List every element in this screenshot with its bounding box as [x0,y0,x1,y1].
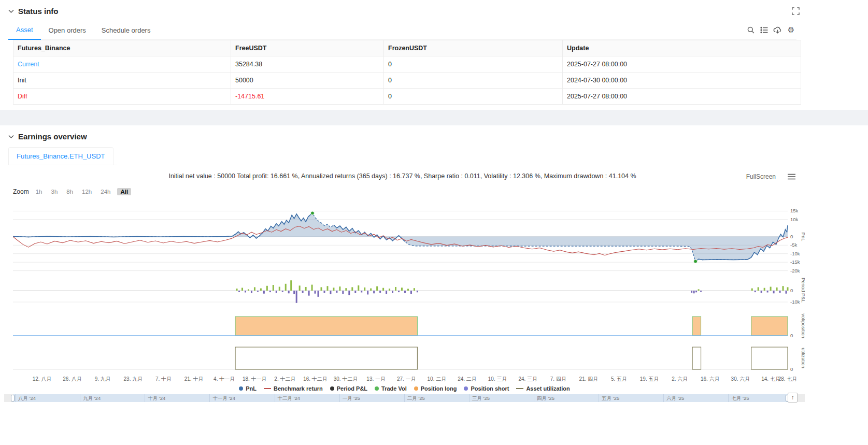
current-free: 35284.38 [231,56,384,73]
tab-open-orders[interactable]: Open orders [41,21,94,39]
zoom-range-selector: Zoom 1h 3h 8h 12h 24h All [13,188,805,195]
svg-text:15k: 15k [790,208,799,213]
svg-text:30. 六月: 30. 六月 [731,376,750,382]
diff-free: -14715.61 [231,89,384,105]
svg-text:27. 一月: 27. 一月 [397,376,416,382]
legend-label: Benchmark return [274,385,323,392]
chart-navigator[interactable]: 八月 '24九月 '24十月 '24十一月 '24十二月 '24一月 '25二月… [4,394,805,402]
tab-schedule-orders[interactable]: Schedule orders [94,21,159,39]
svg-text:23. 九月: 23. 九月 [124,376,143,382]
earnings-chart[interactable]: 15k10k0-5k-10k-15k-20k0-10k0012. 八月26. 八… [4,198,805,384]
chart-menu-icon[interactable] [788,173,795,182]
svg-text:10. 二月: 10. 二月 [428,376,447,382]
init-frozen: 0 [384,73,563,89]
navigator-month-label: 四月 '25 [537,394,554,402]
navigator-gridline [469,394,469,402]
fullscreen-button[interactable]: FullScreen [746,173,776,180]
legend-item-benchmark-return[interactable]: Benchmark return [264,385,323,392]
svg-text:24. 三月: 24. 三月 [518,376,537,382]
list-icon[interactable] [760,26,769,35]
expand-corners-icon[interactable] [792,7,800,17]
chevron-down-icon[interactable] [8,135,14,139]
earnings-card: Earnings overview Futures_Binance.ETH_US… [0,125,868,402]
zoom-24h-button[interactable]: 24h [98,188,112,195]
init-label: Init [13,73,231,89]
table-row-init: Init 50000 0 2024-07-30 00:00:00 [13,73,801,89]
svg-text:30. 十二月: 30. 十二月 [334,376,358,382]
navigator-gridline [404,394,405,402]
legend-item-period-p-l[interactable]: Period P&L [330,385,367,392]
zoom-all-button[interactable]: All [117,188,131,195]
svg-text:12. 八月: 12. 八月 [33,376,52,382]
gear-icon[interactable]: ⚙ [787,26,795,35]
svg-text:16. 十二月: 16. 十二月 [303,376,328,382]
navigator-month-label: 七月 '25 [731,394,749,402]
init-update: 2024-07-30 00:00:00 [563,73,801,89]
legend-marker [330,386,334,391]
navigator-month-label: 八月 '24 [18,394,36,402]
navigator-gridline [145,394,145,402]
zoom-3h-button[interactable]: 3h [49,188,60,195]
legend-item-position-long[interactable]: Position long [414,385,457,392]
navigator-gridline [728,394,729,402]
current-link[interactable]: Current [13,56,231,73]
navigator-month-label: 五月 '25 [602,394,619,402]
chevron-down-icon[interactable] [8,9,14,13]
svg-text:-20k: -20k [790,268,800,274]
navigator-month-label: 二月 '25 [407,394,425,402]
navigator-handle-left[interactable] [11,395,15,401]
navigator-gridline [15,394,16,402]
legend-marker [464,386,468,391]
current-frozen: 0 [384,56,563,73]
legend-item-trade-vol[interactable]: Trade Vol [375,385,407,392]
status-info-title: Status info [18,7,59,16]
legend-marker [375,386,379,391]
legend-item-asset-utilization[interactable]: Asset utilization [516,385,570,392]
legend-item-position-short[interactable]: Position short [464,385,509,392]
svg-text:16. 六月: 16. 六月 [701,376,720,382]
legend-label: Trade Vol [381,385,407,392]
tab-asset[interactable]: Asset [8,21,41,40]
legend-marker [239,386,243,391]
navigator-gridline [663,394,664,402]
legend-label: Asset utilization [526,385,570,392]
svg-text:Period P&L: Period P&L [801,278,805,303]
diff-frozen: 0 [384,89,563,105]
col-header-free: FreeUSDT [231,40,384,56]
tab-futures-binance-eth-usdt[interactable]: Futures_Binance.ETH_USDT [8,147,113,165]
legend-marker [516,388,523,389]
svg-text:7. 十月: 7. 十月 [155,376,172,382]
svg-text:PnL: PnL [801,233,805,241]
zoom-1h-button[interactable]: 1h [34,188,45,195]
navigator-month-label: 十月 '24 [148,394,165,402]
svg-text:18. 十一月: 18. 十一月 [243,376,267,382]
svg-text:10k: 10k [790,217,799,222]
search-icon[interactable] [746,26,755,35]
table-row-diff: Diff -14715.61 0 2025-07-27 08:00:00 [13,89,801,105]
cloud-download-icon[interactable] [773,26,782,35]
navigator-month-label: 十二月 '24 [278,394,301,402]
svg-text:0: 0 [790,333,793,338]
svg-text:2. 六月: 2. 六月 [672,376,688,382]
navigator-month-label: 六月 '25 [666,394,684,402]
col-header-frozen: FrozenUSDT [384,40,563,56]
status-tabs: Asset Open orders Schedule orders [8,21,796,40]
navigator-gridline [339,394,340,402]
legend-label: Position short [471,385,509,392]
legend-marker [414,386,418,391]
zoom-8h-button[interactable]: 8h [64,188,75,195]
navigator-gridline [80,394,80,402]
svg-text:5. 五月: 5. 五月 [611,376,627,382]
svg-text:21. 十月: 21. 十月 [184,376,204,382]
svg-text:21. 四月: 21. 四月 [579,376,599,382]
back-to-top-button[interactable]: ↑ [788,393,798,403]
svg-text:4. 十一月: 4. 十一月 [214,376,235,382]
zoom-label: Zoom [13,188,29,195]
legend-label: Period P&L [337,385,367,392]
status-info-header: Status info [0,0,805,18]
navigator-gridline [534,394,534,402]
svg-text:7. 四月: 7. 四月 [550,376,566,382]
legend-item-pnl[interactable]: PnL [239,385,257,392]
zoom-12h-button[interactable]: 12h [80,188,94,195]
svg-text:-10k: -10k [790,251,800,256]
